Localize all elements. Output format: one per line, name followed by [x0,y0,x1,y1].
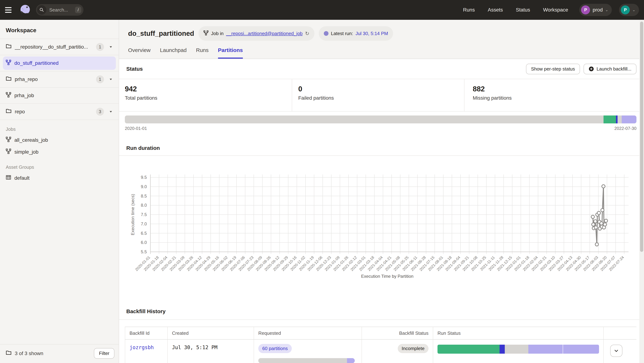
chevron-down-icon[interactable] [107,43,114,50]
tab-overview[interactable]: Overview [128,47,150,59]
partition-stats: 942 Total partitions 0 Failed partitions… [119,79,644,111]
svg-text:5.5: 5.5 [141,249,147,254]
run-duration-title: Run duration [126,145,636,151]
launch-backfill-button[interactable]: Launch backfill... [584,64,636,74]
job-location-pill: Job in __reposi...artitioned@partitioned… [198,26,314,41]
scrollbar-thumb[interactable] [640,22,643,252]
run-duration-chart[interactable]: 5.56.06.57.07.58.08.59.09.52020-01-01202… [119,156,644,286]
user-menu[interactable]: P ⌄ [619,4,639,16]
sidebar-item-default-asset-group[interactable]: default [0,172,119,184]
chevron-down-icon: ⌄ [632,8,635,12]
backfill-history-table: Backfill Id Created Requested Backfill S… [125,327,636,363]
run-status-bar[interactable] [438,345,599,354]
stat-failed-partitions: 0 Failed partitions [292,79,464,111]
nav-link-workspace[interactable]: Workspace [543,7,568,13]
requested-partitions-pill[interactable]: 60 partitions [258,344,292,353]
col-created: Created [168,327,254,339]
page-title: do_stuff_partitioned [128,30,194,38]
sidebar-item-prha-repo[interactable]: prha_repo 1 [0,72,119,88]
stat-total-partitions: 942 Total partitions [119,79,292,111]
job-tabs: Overview Launchpad Runs Partitions [119,41,644,59]
chevron-down-icon[interactable] [107,76,114,83]
count-badge: 3 [96,108,104,116]
sidebar-item-prha-job[interactable]: prha_job [0,88,119,104]
job-icon [6,148,11,156]
expand-row-button[interactable] [610,345,622,357]
tab-launchpad[interactable]: Launchpad [160,47,186,59]
table-row: jozrgsbh Jul 30, 5:12 PM 60 partitions 2… [125,339,636,363]
table-grid-icon [6,175,11,182]
svg-text:6.5: 6.5 [141,231,147,236]
job-icon [204,30,208,37]
requested-range-bar [258,358,355,363]
filter-button[interactable]: Filter [94,348,114,359]
deployment-switcher[interactable]: P prod ⌄ [579,4,612,16]
svg-text:8.0: 8.0 [141,203,147,208]
tab-runs[interactable]: Runs [196,47,209,59]
svg-text:8.5: 8.5 [141,194,147,198]
tab-partitions[interactable]: Partitions [218,47,243,59]
count-badge: 1 [96,43,104,51]
col-backfill-status: Backfill Status [362,327,433,339]
svg-text:6.0: 6.0 [141,240,147,245]
sidebar-item-all-cereals-job[interactable]: all_cereals_job [0,134,119,146]
status-section-title: Status [126,66,526,72]
job-icon [6,60,11,66]
stat-missing-partitions: 882 Missing partitions [464,79,644,111]
deployment-name: prod [592,7,603,13]
svg-text:7.5: 7.5 [141,212,147,217]
hamburger-menu-icon[interactable] [5,5,14,14]
col-requested: Requested [254,327,362,339]
plus-circle-icon [588,66,594,72]
count-badge: 1 [96,75,104,83]
jobs-section-title: Jobs [0,120,119,134]
search-input[interactable]: Search... / [36,4,84,16]
svg-text:9.5: 9.5 [141,175,147,180]
deployment-avatar: P [581,6,590,14]
reload-icon[interactable]: ↻ [305,30,309,36]
svg-text:9.0: 9.0 [141,184,147,189]
sidebar-item-do-stuff-partitioned[interactable]: do_stuff_partitioned [0,55,119,72]
partition-status-bar[interactable] [125,116,636,124]
show-per-step-status-button[interactable]: Show per-step status [526,64,580,74]
page-scrollbar[interactable] [639,20,644,363]
sidebar-footer: 3 of 3 shown Filter [0,344,119,363]
latest-run-label: Latest run: [331,31,353,36]
search-shortcut-key: / [75,7,81,13]
backfill-history-title: Backfill History [126,308,636,314]
backfill-id-link[interactable]: jozrgsbh [130,344,154,350]
user-avatar: P [621,6,630,14]
asset-groups-section-title: Asset Groups [0,158,119,172]
job-header: do_stuff_partitioned Job in __reposi...a… [119,20,644,41]
workspace-sidebar: Workspace __repository__do_stuff_partiti… [0,20,119,363]
nav-link-runs[interactable]: Runs [463,7,475,13]
sidebar-item-repo[interactable]: repo 3 [0,104,119,120]
repos-shown-count: 3 of 3 shown [15,350,91,356]
sidebar-item-repository-do-stuff[interactable]: __repository__do_stuff_partitio... 1 [0,39,119,55]
partition-status-bar-block: 2020-01-01 2022-07-30 [119,111,644,135]
chevron-down-icon[interactable] [107,108,114,115]
backfill-status-badge: Incomplete [398,344,428,353]
folder-icon [6,108,12,115]
nav-link-status[interactable]: Status [516,7,530,13]
app-root: Search... / Runs Assets Status Workspace… [0,0,644,363]
sidebar-title: Workspace [0,20,119,39]
sidebar-item-simple-job[interactable]: simple_job [0,146,119,158]
table-header-row: Backfill Id Created Requested Backfill S… [125,327,636,339]
partition-range-start: 2020-01-01 [125,126,147,131]
partition-range-end: 2022-07-30 [614,126,636,131]
latest-run-link[interactable]: Jul 30, 5:14 PM [356,31,388,36]
svg-text:7.0: 7.0 [141,222,147,226]
latest-run-pill: Latest run: Jul 30, 5:14 PM [319,26,393,41]
nav-link-assets[interactable]: Assets [488,7,503,13]
search-placeholder: Search... [49,7,72,13]
svg-text:Execution time (secs): Execution time (secs) [130,194,135,235]
svg-text:Execution Time by Partition: Execution Time by Partition [361,274,414,279]
folder-icon [6,76,12,83]
top-nav: Search... / Runs Assets Status Workspace… [0,0,644,20]
dagster-logo-icon[interactable] [20,4,31,16]
repository-link[interactable]: __reposi...artitioned@partitioned_job [226,31,302,36]
folder-icon [6,43,12,50]
job-icon [6,92,11,99]
folder-icon [6,350,12,357]
